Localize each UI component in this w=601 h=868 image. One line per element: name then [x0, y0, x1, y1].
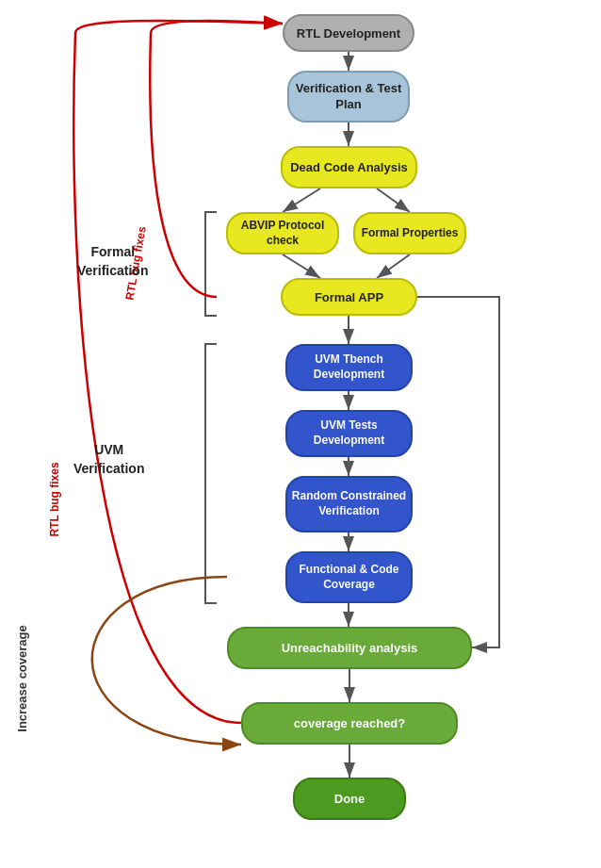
uvm-tests-node: UVM Tests Development	[285, 410, 413, 457]
random-label: Random Constrained Verification	[287, 489, 411, 518]
unreachability-node: Unreachability analysis	[227, 627, 472, 669]
uvm-tests-label: UVM Tests Development	[287, 418, 411, 448]
unreachability-label: Unreachability analysis	[282, 641, 418, 655]
diagram-container: RTL bug fixes RTL bug fixes Increase cov…	[0, 0, 601, 868]
svg-text:RTL bug fixes: RTL bug fixes	[48, 462, 61, 536]
svg-line-6	[377, 188, 410, 212]
rtl-development-node: RTL Development	[283, 14, 414, 52]
abvip-label: ABVIP Protocol check	[228, 219, 337, 248]
done-node: Done	[293, 778, 406, 820]
rtl-label: RTL Development	[297, 26, 400, 41]
coverage-label: Functional & Code Coverage	[287, 563, 411, 592]
svg-line-5	[283, 188, 320, 212]
abvip-node: ABVIP Protocol check	[226, 212, 339, 254]
done-label: Done	[334, 792, 365, 806]
svg-line-7	[283, 254, 320, 278]
dead-code-node: Dead Code Analysis	[281, 146, 417, 188]
formal-verification-label: FormalVerification	[77, 243, 148, 280]
svg-text:Increase coverage: Increase coverage	[15, 625, 29, 731]
formal-props-node: Formal Properties	[353, 212, 466, 254]
coverage-reached-label: coverage reached?	[294, 716, 406, 730]
random-node: Random Constrained Verification	[285, 476, 413, 532]
uvm-tbench-label: UVM Tbench Development	[287, 352, 411, 382]
coverage-node: Functional & Code Coverage	[285, 551, 413, 603]
dead-code-label: Dead Code Analysis	[290, 160, 408, 174]
formal-props-label: Formal Properties	[362, 226, 459, 241]
uvm-tbench-node: UVM Tbench Development	[285, 344, 413, 391]
verif-test-label: Verification & Test Plan	[289, 81, 408, 113]
formal-app-label: Formal APP	[315, 290, 383, 304]
svg-line-8	[377, 254, 410, 278]
formal-app-node: Formal APP	[281, 278, 417, 316]
coverage-reached-node: coverage reached?	[241, 702, 458, 745]
uvm-verification-label: UVMVerification	[73, 441, 144, 478]
verif-test-plan-node: Verification & Test Plan	[287, 71, 410, 123]
